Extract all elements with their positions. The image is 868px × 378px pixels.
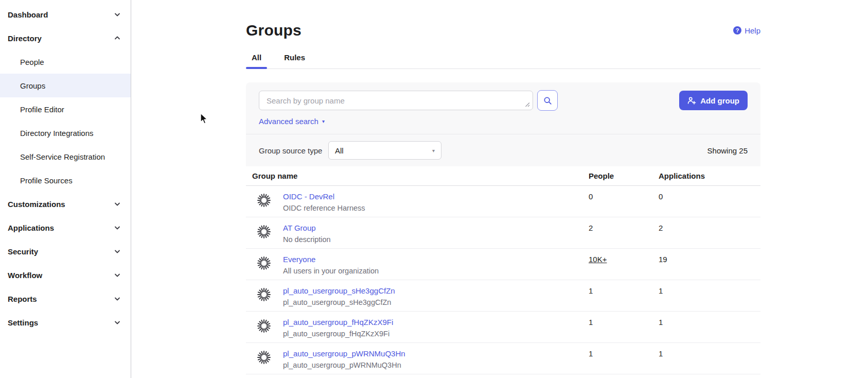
page-title: Groups	[246, 22, 302, 39]
advanced-search-toggle[interactable]: Advanced search ▾	[259, 117, 325, 126]
group-description: No description	[283, 235, 331, 244]
sidebar-item-profile-sources[interactable]: Profile Sources	[0, 168, 131, 192]
advanced-search-label: Advanced search	[259, 117, 318, 126]
sidebar-item-customizations[interactable]: Customizations	[0, 192, 131, 216]
table-row: pl_auto_usergroup_fHqZKzX9Fi pl_auto_use…	[246, 312, 760, 343]
sidebar-item-profile-editor[interactable]: Profile Editor	[0, 97, 131, 121]
sidebar-item-settings[interactable]: Settings	[0, 311, 131, 334]
chevron-down-icon	[113, 295, 121, 303]
search-input[interactable]	[259, 91, 533, 110]
add-group-icon	[687, 96, 696, 105]
group-avatar-icon	[257, 194, 271, 207]
sidebar-item-groups[interactable]: Groups	[0, 74, 131, 97]
sidebar-item-applications[interactable]: Applications	[0, 216, 131, 239]
sidebar-item-people[interactable]: People	[0, 50, 131, 74]
sidebar-item-reports[interactable]: Reports	[0, 287, 131, 311]
table-row: Everyone All users in your organization …	[246, 249, 760, 280]
applications-count: 0	[659, 186, 760, 217]
sidebar-item-label: Applications	[8, 224, 54, 232]
chevron-down-icon	[113, 224, 121, 232]
group-name-link[interactable]: Everyone	[283, 254, 379, 264]
groups-admin-page: Dashboard Directory People Groups Profil…	[0, 0, 868, 378]
sidebar-item-label: Security	[8, 247, 38, 256]
chevron-down-icon	[113, 247, 121, 255]
group-description: pl_auto_usergroup_fHqZKzX9Fi	[283, 329, 393, 338]
group-name-link[interactable]: OIDC - DevRel	[283, 192, 365, 201]
table-row: pl_auto_usergroup_pWRNMuQ3Hn pl_auto_use…	[246, 343, 760, 374]
chevron-down-icon	[113, 271, 121, 279]
tab-all[interactable]: All	[246, 53, 267, 68]
people-count: 1	[589, 343, 659, 374]
tab-rules[interactable]: Rules	[278, 53, 311, 68]
sidebar-item-label: Directory Integrations	[20, 129, 94, 138]
people-count: 1	[589, 280, 659, 311]
chevron-down-icon	[113, 318, 121, 327]
group-description: pl_auto_usergroup_sHe3ggCfZn	[283, 298, 395, 307]
applications-count: 19	[659, 249, 760, 280]
filter-panel: Add group Advanced search ▾ Group source…	[246, 82, 760, 166]
help-icon: ?	[733, 26, 741, 35]
showing-count: Showing 25	[707, 146, 748, 155]
sidebar-item-label: Groups	[20, 81, 45, 90]
group-name-link[interactable]: AT Group	[283, 223, 331, 233]
people-count: 2	[589, 217, 659, 248]
group-name-link[interactable]: pl_auto_usergroup_pWRNMuQ3Hn	[283, 349, 405, 358]
sidebar-item-label: Profile Editor	[20, 105, 64, 114]
sidebar-item-label: Profile Sources	[20, 176, 73, 185]
sidebar-item-label: Directory	[8, 34, 42, 43]
column-header-group-name: Group name	[252, 171, 589, 180]
group-avatar-icon	[257, 351, 271, 364]
tab-bar: All Rules	[246, 53, 760, 69]
add-group-button[interactable]: Add group	[679, 91, 748, 110]
column-header-applications: Applications	[659, 171, 760, 180]
group-description: pl_auto_usergroup_pWRNMuQ3Hn	[283, 360, 405, 370]
sidebar-item-label: Reports	[8, 295, 37, 303]
group-avatar-icon	[257, 319, 271, 333]
sidebar-item-label: People	[20, 58, 44, 66]
help-label: Help	[745, 26, 760, 35]
caret-down-icon: ▾	[432, 148, 435, 153]
table-row: pl_auto_usergroup_sHe3ggCfZn pl_auto_use…	[246, 280, 760, 312]
sidebar-item-directory[interactable]: Directory	[0, 26, 131, 50]
applications-count: 1	[659, 280, 760, 311]
chevron-down-icon	[113, 10, 121, 19]
people-count-link[interactable]: 10K+	[589, 255, 607, 264]
sidebar-item-dashboard[interactable]: Dashboard	[0, 3, 131, 26]
applications-count: 2	[659, 217, 760, 248]
group-name-link[interactable]: pl_auto_usergroup_fHqZKzX9Fi	[283, 317, 393, 327]
group-name-link[interactable]: pl_auto_usergroup_sHe3ggCfZn	[283, 286, 395, 296]
search-button[interactable]	[537, 90, 558, 111]
search-icon	[543, 96, 552, 105]
sidebar-item-workflow[interactable]: Workflow	[0, 263, 131, 287]
sidebar-item-label: Workflow	[8, 271, 42, 280]
caret-down-icon: ▾	[322, 118, 325, 124]
group-avatar-icon	[257, 288, 271, 301]
group-avatar-icon	[257, 256, 271, 270]
table-header: Group name People Applications	[246, 166, 760, 186]
group-description: OIDC reference Harness	[283, 203, 365, 213]
table-row: AT Group No description 2 2	[246, 217, 760, 249]
table-row: OIDC - DevRel OIDC reference Harness 0 0	[246, 186, 760, 217]
applications-count: 1	[659, 343, 760, 374]
group-source-type-select[interactable]: All ▾	[328, 141, 441, 160]
sidebar-item-self-service-registration[interactable]: Self-Service Registration	[0, 145, 131, 168]
sidebar-item-label: Customizations	[8, 200, 65, 209]
sidebar-item-security[interactable]: Security	[0, 239, 131, 263]
sidebar-item-label: Settings	[8, 318, 38, 327]
group-source-type-label: Group source type	[259, 146, 328, 155]
resize-grip-icon[interactable]	[524, 101, 530, 107]
add-group-label: Add group	[700, 96, 739, 105]
people-count: 0	[589, 186, 659, 217]
main-content: Groups ? Help All Rules	[131, 0, 868, 378]
group-description: All users in your organization	[283, 266, 379, 276]
selected-option: All	[335, 146, 344, 155]
applications-count: 1	[659, 312, 760, 342]
chevron-up-icon	[113, 34, 121, 42]
sidebar: Dashboard Directory People Groups Profil…	[0, 0, 131, 378]
help-link[interactable]: ? Help	[733, 26, 760, 35]
sidebar-item-directory-integrations[interactable]: Directory Integrations	[0, 121, 131, 145]
people-count: 1	[589, 312, 659, 342]
group-avatar-icon	[257, 225, 271, 238]
sidebar-item-label: Self-Service Registration	[20, 152, 105, 161]
groups-table: Group name People Applications OIDC - De…	[246, 166, 760, 374]
